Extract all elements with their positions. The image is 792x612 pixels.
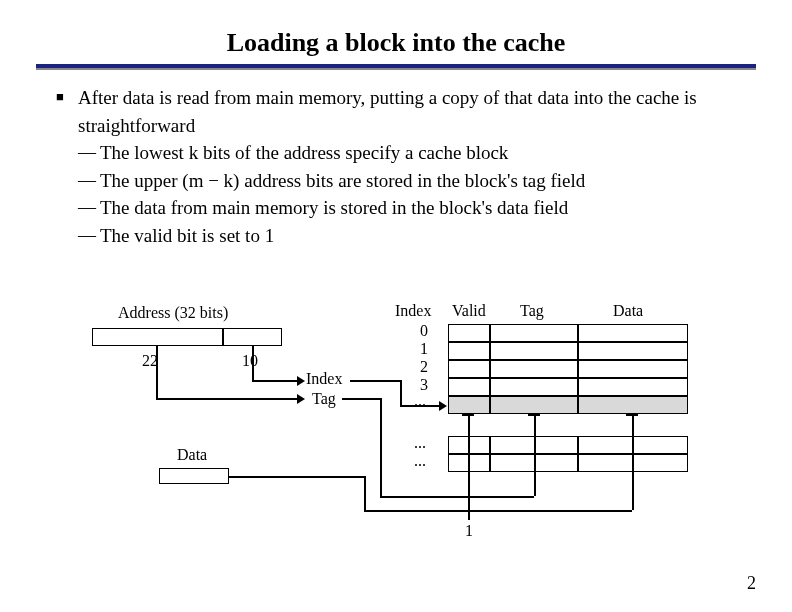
col-data-label: Data [613,302,643,320]
index-wire-h [252,380,298,382]
page-title: Loading a block into the cache [0,0,792,64]
dash-icon: — [78,222,100,250]
index-wire-v [252,346,254,380]
row-index-2: 2 [420,358,428,376]
data-route-h1 [229,476,364,478]
tag-route-h2 [380,496,534,498]
cell-tag [490,342,578,360]
index-route-to-row [400,405,440,407]
cell-valid [448,378,490,396]
cell-data [578,360,688,378]
valid-wire-v [468,414,470,520]
tag-route-v2 [534,414,536,496]
tag-wire-v [156,346,158,398]
cell-tag [490,378,578,396]
data-route-tip [626,414,638,416]
address-divider [222,328,224,346]
tag-route-v [380,398,382,496]
row-index-dots3: ... [414,452,426,470]
body-text: ■ After data is read from main memory, p… [0,70,792,249]
row-index-dots2: ... [414,434,426,452]
row-index-0: 0 [420,322,428,340]
tag-route-h1 [342,398,380,400]
col-tag-label: Tag [520,302,544,320]
cache-diagram: Address (32 bits) 22 10 Index Tag Data I… [0,290,792,570]
row-index-1: 1 [420,340,428,358]
cell-valid-target [448,396,490,414]
bullet-main: After data is read from main memory, put… [78,84,736,139]
data-box [159,468,229,484]
cell-valid [448,324,490,342]
tag-route-tip [528,414,540,416]
data-route-h2 [364,510,632,512]
bullet-sub3: The data from main memory is stored in t… [100,194,568,222]
data-source-label: Data [177,446,207,464]
valid-wire-tip [462,414,474,416]
cell-tag [490,360,578,378]
bullet-sub1: The lowest k bits of the address specify… [100,139,508,167]
index-bits-count: 10 [242,352,258,370]
dash-icon: — [78,139,100,167]
dash-icon: — [78,194,100,222]
row-index-dots1: ... [414,392,426,410]
cell-valid [448,342,490,360]
bullet-sub4: The valid bit is set to 1 [100,222,274,250]
cell-valid [448,360,490,378]
valid-one-label: 1 [465,522,473,540]
index-route-v [400,380,402,405]
cell-data [578,342,688,360]
index-wire-label: Index [306,370,342,388]
page-number: 2 [747,573,756,594]
data-route-v2 [632,414,634,510]
tag-wire-label: Tag [312,390,336,408]
cell-data [578,324,688,342]
tag-wire-h [156,398,298,400]
index-route-h [350,380,400,382]
cell-data-target [578,396,688,414]
bullet-icon: ■ [56,84,78,139]
address-box [92,328,282,346]
address-bits-label: Address (32 bits) [118,304,228,322]
cell-data [578,378,688,396]
data-route-v1 [364,476,366,510]
cell-tag-target [490,396,578,414]
dash-icon: — [78,167,100,195]
bullet-sub2: The upper (m − k) address bits are store… [100,167,585,195]
col-valid-label: Valid [452,302,486,320]
cell-tag [490,324,578,342]
col-index-label: Index [395,302,431,320]
